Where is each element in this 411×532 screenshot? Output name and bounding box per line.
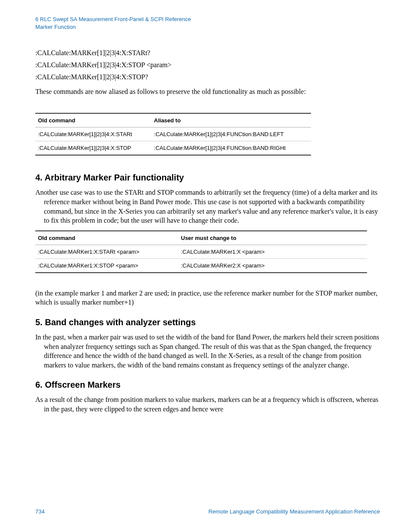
document-page: 6 RLC Swept SA Measurement Front-Panel &… [0, 0, 411, 532]
table-cell: :CALCulate:MARKer[1]|2|3|4:FUNCtion:BAND… [151, 141, 311, 156]
section-heading-6: 6. Offscreen Markers [35, 380, 380, 390]
alias-table: Old command Aliased to :CALCulate:MARKer… [35, 113, 311, 156]
scpi-command: :CALCulate:MARKer[1]|2|3|4:X:STOP <param… [35, 61, 380, 69]
table-cell: :CALCulate:MARKer2:X <param> [178, 258, 367, 273]
table-row: :CALCulate:MARKer[1]|2|3|4:X:STOP :CALCu… [35, 141, 311, 156]
table-row: :CALCulate:MARKer1:X:STARt <param> :CALC… [35, 245, 367, 258]
page-number: 734 [35, 508, 45, 515]
table-header: User must change to [178, 231, 367, 245]
section-6-body: As a result of the change from position … [35, 395, 380, 414]
table-cell: :CALCulate:MARKer[1]|2|3|4:X:STARt [35, 128, 151, 141]
section-4-body: Another use case was to use the STARt an… [35, 188, 380, 225]
section-heading-4: 4. Arbitrary Marker Pair functionality [35, 173, 380, 183]
table-cell: :CALCulate:MARKer1:X <param> [178, 245, 367, 258]
section-heading-5: 5. Band changes with analyzer settings [35, 317, 380, 327]
table-cell: :CALCulate:MARKer[1]|2|3|4:X:STOP [35, 141, 151, 156]
header-line-1: 6 RLC Swept SA Measurement Front-Panel &… [35, 16, 380, 23]
table-cell: :CALCulate:MARKer[1]|2|3|4:FUNCtion:BAND… [151, 128, 311, 141]
table-header: Old command [35, 231, 178, 245]
table-row: :CALCulate:MARKer1:X:STOP <param> :CALCu… [35, 258, 367, 273]
footer-doc-title: Remote Language Compatibility Measuremen… [209, 508, 380, 515]
table-cell: :CALCulate:MARKer1:X:STARt <param> [35, 245, 178, 258]
table-header: Aliased to [151, 113, 311, 128]
table-row: :CALCulate:MARKer[1]|2|3|4:X:STARt :CALC… [35, 128, 311, 141]
page-footer: 734 Remote Language Compatibility Measur… [35, 508, 380, 515]
header-line-2: Marker Function [35, 23, 380, 31]
section-5-body: In the past, when a marker pair was used… [35, 333, 380, 370]
change-table: Old command User must change to :CALCula… [35, 230, 367, 273]
table-header: Old command [35, 113, 151, 128]
table-2-note: (in the example marker 1 and marker 2 ar… [35, 289, 380, 307]
alias-intro-text: These commands are now aliased as follow… [35, 88, 380, 96]
page-header: 6 RLC Swept SA Measurement Front-Panel &… [35, 16, 380, 31]
scpi-command: :CALCulate:MARKer[1]|2|3|4:X:STOP? [35, 73, 380, 81]
table-cell: :CALCulate:MARKer1:X:STOP <param> [35, 258, 178, 273]
scpi-command: :CALCulate:MARKer[1]|2|3|4:X:STARt? [35, 49, 380, 57]
